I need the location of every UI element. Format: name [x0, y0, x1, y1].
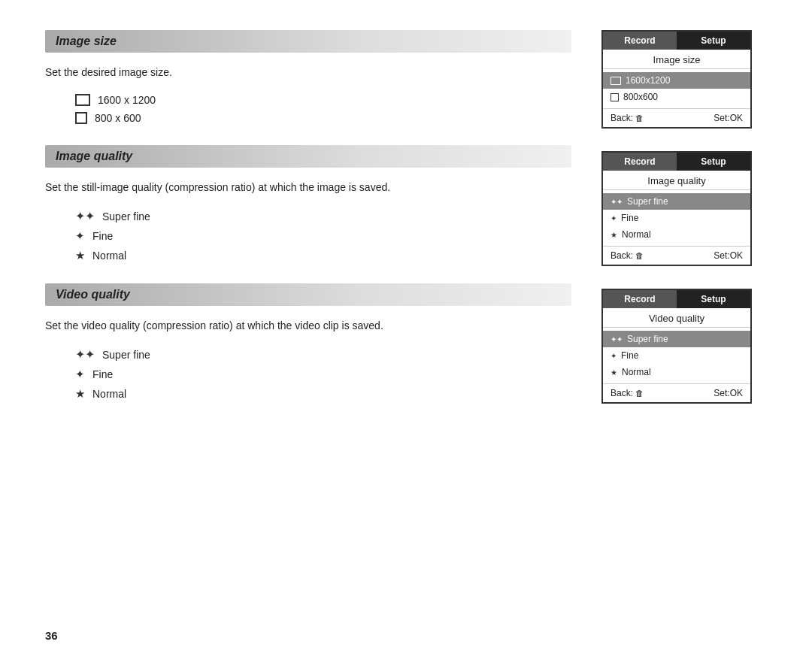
normal-icon: ★ [75, 387, 85, 401]
option-list-video-quality: ✦✦ Super fine ✦ Fine ★ Normal [45, 347, 571, 401]
camera-panel-video-quality: Record Setup Video quality ✦✦ Super fine… [601, 289, 752, 404]
page: Image size Set the desired image size. 1… [0, 0, 812, 452]
section-title-video-quality: Video quality [56, 288, 130, 301]
section-image-quality: Image quality Set the still-image qualit… [45, 145, 571, 262]
right-column: Record Setup Image size 1600x1200 800x60… [601, 30, 767, 422]
panel-item[interactable]: ✦ Fine [603, 210, 750, 226]
section-desc-video-quality: Set the video quality (compression ratio… [45, 318, 571, 334]
option-list-image-size: 1600 x 1200 800 x 600 [45, 94, 571, 124]
list-item: ✦ Fine [75, 368, 571, 381]
panel-footer: Back: 🗑 Set:OK [603, 383, 750, 402]
panel-menu-title: Image size [603, 50, 750, 69]
fine-icon: ✦ [611, 352, 617, 360]
list-item: ✦✦ Super fine [75, 347, 571, 362]
panel-item[interactable]: ★ Normal [603, 364, 750, 380]
tab-setup[interactable]: Setup [677, 290, 750, 308]
fine-icon: ✦ [75, 368, 85, 381]
panel-item[interactable]: 1600x1200 [603, 72, 750, 89]
tab-setup[interactable]: Setup [677, 32, 750, 50]
footer-back: Back: 🗑 [611, 388, 644, 398]
normal-icon: ★ [611, 368, 617, 377]
list-item: ✦ Fine [75, 229, 571, 243]
camera-panel-header: Record Setup [603, 153, 750, 171]
small-img-icon [611, 93, 619, 101]
large-img-icon [75, 94, 90, 106]
small-img-icon [75, 112, 87, 124]
list-item: ★ Normal [75, 249, 571, 262]
large-img-icon [611, 77, 621, 85]
list-item: ★ Normal [75, 387, 571, 401]
section-desc-image-size: Set the desired image size. [45, 65, 571, 80]
panel-item[interactable]: ✦ Fine [603, 347, 750, 364]
super-fine-icon: ✦✦ [611, 335, 623, 344]
panel-menu-title: Image quality [603, 171, 750, 190]
panel-item[interactable]: ✦✦ Super fine [603, 193, 750, 210]
section-title-image-quality: Image quality [56, 150, 132, 162]
panel-footer: Back: 🗑 Set:OK [603, 246, 750, 265]
tab-record[interactable]: Record [603, 153, 677, 171]
list-item: 1600 x 1200 [75, 94, 571, 106]
list-item: 800 x 600 [75, 112, 571, 124]
list-item: ✦✦ Super fine [75, 209, 571, 223]
camera-panel-header: Record Setup [603, 290, 750, 308]
tab-record[interactable]: Record [603, 290, 677, 308]
trash-icon: 🗑 [635, 251, 644, 260]
footer-ok: Set:OK [714, 388, 743, 398]
panel-items: ✦✦ Super fine ✦ Fine ★ Normal [603, 190, 750, 246]
footer-ok: Set:OK [714, 113, 743, 123]
left-column: Image size Set the desired image size. 1… [45, 30, 601, 422]
footer-ok: Set:OK [714, 250, 743, 261]
footer-back: Back: 🗑 [611, 250, 644, 261]
normal-icon: ★ [611, 231, 617, 239]
super-fine-icon: ✦✦ [75, 209, 95, 223]
tab-setup[interactable]: Setup [677, 153, 750, 171]
panel-item[interactable]: ★ Normal [603, 226, 750, 243]
panel-items: 1600x1200 800x600 [603, 69, 750, 108]
fine-icon: ✦ [611, 214, 617, 222]
camera-panel-image-quality: Record Setup Image quality ✦✦ Super fine… [601, 151, 752, 266]
normal-icon: ★ [75, 249, 85, 262]
trash-icon: 🗑 [635, 114, 644, 123]
trash-icon: 🗑 [635, 389, 644, 398]
panel-menu-title: Video quality [603, 308, 750, 328]
section-header-image-quality: Image quality [45, 145, 571, 168]
panel-item[interactable]: 800x600 [603, 89, 750, 105]
super-fine-icon: ✦✦ [611, 198, 623, 206]
camera-panel-image-size: Record Setup Image size 1600x1200 800x60… [601, 30, 752, 129]
section-header-image-size: Image size [45, 30, 571, 53]
section-title-image-size: Image size [56, 35, 117, 47]
tab-record[interactable]: Record [603, 32, 677, 50]
option-list-image-quality: ✦✦ Super fine ✦ Fine ★ Normal [45, 209, 571, 262]
panel-footer: Back: 🗑 Set:OK [603, 108, 750, 127]
section-video-quality: Video quality Set the video quality (com… [45, 283, 571, 401]
fine-icon: ✦ [75, 229, 85, 243]
section-image-size: Image size Set the desired image size. 1… [45, 30, 571, 124]
panel-item[interactable]: ✦✦ Super fine [603, 331, 750, 347]
footer-back: Back: 🗑 [611, 113, 644, 123]
super-fine-icon: ✦✦ [75, 347, 95, 362]
panel-items: ✦✦ Super fine ✦ Fine ★ Normal [603, 328, 750, 383]
camera-panel-header: Record Setup [603, 32, 750, 50]
page-number: 36 [45, 629, 58, 642]
section-desc-image-quality: Set the still-image quality (compression… [45, 180, 571, 195]
section-header-video-quality: Video quality [45, 283, 571, 306]
